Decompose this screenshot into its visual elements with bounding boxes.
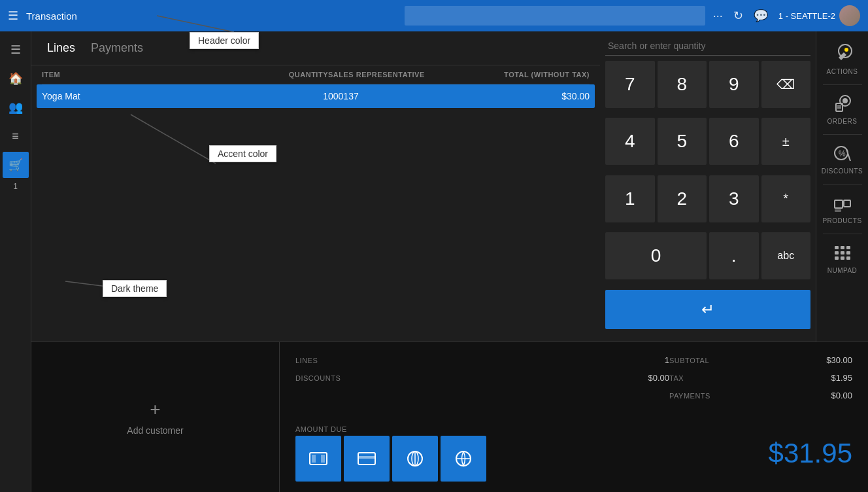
- svg-rect-21: [841, 256, 844, 260]
- main-layout: ☰ 🏠 👥 ≡ 🛒 1 Lines Payments: [0, 31, 868, 492]
- divider-3: [823, 184, 862, 184]
- num-6[interactable]: 6: [709, 118, 759, 165]
- svg-rect-13: [835, 209, 841, 212]
- annotation-dark-theme: Dark theme: [103, 280, 167, 297]
- summary-row-payments: PAYMENTS $0.00: [295, 388, 852, 403]
- right-panel-products[interactable]: PRODUCTS: [820, 188, 865, 230]
- col-rep: SALES REPRESENTATIVE: [328, 71, 459, 79]
- multiply-btn[interactable]: *: [761, 175, 811, 222]
- tax-label: TAX: [669, 374, 774, 382]
- col-total: TOTAL (WITHOUT TAX): [459, 71, 590, 79]
- cell-item: Yoga Mat: [42, 91, 250, 101]
- pay-cash-btn[interactable]: [295, 436, 341, 482]
- num-2[interactable]: 2: [658, 175, 707, 222]
- avatar: [839, 5, 860, 26]
- svg-rect-16: [846, 246, 850, 249]
- actions-icon: [832, 43, 853, 64]
- svg-rect-24: [312, 455, 316, 463]
- num-4[interactable]: 4: [605, 118, 655, 165]
- num-5[interactable]: 5: [658, 118, 707, 165]
- num-0[interactable]: 0: [605, 232, 707, 279]
- bottom-section: + Add customer LINES 1 SUBTOTAL $30.00 D…: [31, 342, 868, 492]
- sidebar-item-list[interactable]: ≡: [3, 123, 29, 149]
- svg-rect-12: [844, 200, 850, 207]
- actions-label: ACTIONS: [827, 68, 858, 75]
- sidebar-item-menu[interactable]: ☰: [3, 37, 29, 63]
- svg-rect-22: [846, 256, 850, 260]
- svg-rect-25: [321, 455, 325, 463]
- tab-payments[interactable]: Payments: [86, 39, 148, 58]
- num-3[interactable]: 3: [709, 175, 759, 222]
- sidebar-item-pos[interactable]: 🛒: [3, 152, 29, 178]
- annotation-header-color: Header color: [190, 32, 259, 49]
- more-icon[interactable]: ···: [713, 9, 723, 23]
- divider-1: [823, 84, 862, 85]
- pay-card-btn[interactable]: [344, 436, 390, 482]
- table-header: ITEM QUANTITY SALES REPRESENTATIVE TOTAL…: [42, 65, 590, 84]
- amount-due-label: AMOUNT DUE: [295, 425, 486, 433]
- col-qty: QUANTITY: [250, 71, 328, 79]
- right-panel-actions[interactable]: ACTIONS: [820, 37, 865, 80]
- tab-lines[interactable]: Lines: [42, 39, 80, 58]
- message-icon[interactable]: 💬: [754, 9, 768, 23]
- svg-rect-27: [358, 456, 375, 459]
- svg-point-4: [843, 98, 848, 103]
- sidebar-item-home[interactable]: 🏠: [3, 65, 29, 92]
- table-row[interactable]: Yoga Mat 1 000137 $30.00: [37, 84, 595, 108]
- payments-label: PAYMENTS: [669, 392, 774, 400]
- svg-rect-19: [846, 251, 850, 255]
- content-area: Lines Payments ITEM QUANTITY SALES REPRE…: [31, 31, 868, 492]
- num-8[interactable]: 8: [658, 61, 707, 108]
- user-info: 1 - SEATTLE-2: [778, 5, 860, 26]
- svg-rect-15: [841, 246, 844, 249]
- discounts-label: DISCOUNTS: [295, 374, 400, 382]
- summary-row-lines: LINES 1 SUBTOTAL $30.00: [295, 353, 852, 368]
- numpad-icon: [832, 243, 853, 264]
- discounts-icon: %: [832, 144, 853, 165]
- pay-other-btn[interactable]: [392, 436, 438, 482]
- orders-icon: [832, 94, 853, 115]
- right-panel-numpad[interactable]: NUMPAD: [820, 238, 865, 279]
- tabs: Lines Payments: [31, 31, 600, 65]
- payment-buttons: [295, 436, 486, 482]
- summary-rows: LINES 1 SUBTOTAL $30.00 DISCOUNTS $0.00 …: [295, 353, 852, 403]
- sidebar-item-customers[interactable]: 👥: [3, 94, 29, 120]
- num-7[interactable]: 7: [605, 61, 655, 108]
- svg-rect-14: [835, 246, 839, 249]
- svg-rect-17: [835, 251, 839, 255]
- customer-panel: + Add customer: [31, 342, 280, 492]
- menu-icon[interactable]: ☰: [8, 9, 18, 23]
- subtotal-label: SUBTOTAL: [669, 357, 774, 364]
- num-9[interactable]: 9: [709, 61, 759, 108]
- top-bar-search[interactable]: [405, 6, 705, 26]
- subtotal-value: $30.00: [774, 355, 852, 365]
- decimal-btn[interactable]: .: [709, 232, 759, 279]
- orders-label: ORDERS: [827, 118, 858, 125]
- right-panel: ACTIONS ORDERS: [816, 31, 868, 342]
- sidebar-badge: 1: [13, 182, 18, 191]
- user-label: 1 - SEATTLE-2: [778, 11, 835, 21]
- cell-total: $30.00: [459, 91, 590, 101]
- backspace-btn[interactable]: ⌫: [761, 61, 811, 108]
- payments-value: $0.00: [774, 391, 852, 400]
- amount-due-row: AMOUNT DUE: [295, 420, 852, 482]
- num-1[interactable]: 1: [605, 175, 655, 222]
- svg-point-2: [844, 48, 848, 52]
- numpad-search[interactable]: [605, 37, 810, 56]
- pay-global-btn[interactable]: [441, 436, 486, 482]
- numpad-label: NUMPAD: [827, 267, 858, 274]
- enter-btn[interactable]: ↵: [605, 290, 810, 329]
- right-panel-orders[interactable]: ORDERS: [820, 89, 865, 130]
- right-panel-discounts[interactable]: % DISCOUNTS: [820, 139, 865, 180]
- divider-2: [823, 134, 862, 135]
- summary-panel: LINES 1 SUBTOTAL $30.00 DISCOUNTS $0.00 …: [280, 342, 868, 492]
- top-bar-title: Transaction: [26, 10, 397, 22]
- summary-row-discounts: DISCOUNTS $0.00 TAX $1.95: [295, 370, 852, 385]
- discounts-label: DISCOUNTS: [822, 167, 863, 175]
- plusminus-btn[interactable]: ±: [761, 118, 811, 165]
- abc-btn[interactable]: abc: [761, 232, 811, 279]
- add-customer-label[interactable]: Add customer: [127, 425, 183, 436]
- table-container: ITEM QUANTITY SALES REPRESENTATIVE TOTAL…: [31, 65, 600, 342]
- svg-rect-11: [835, 200, 843, 208]
- refresh-icon[interactable]: ↻: [733, 9, 743, 23]
